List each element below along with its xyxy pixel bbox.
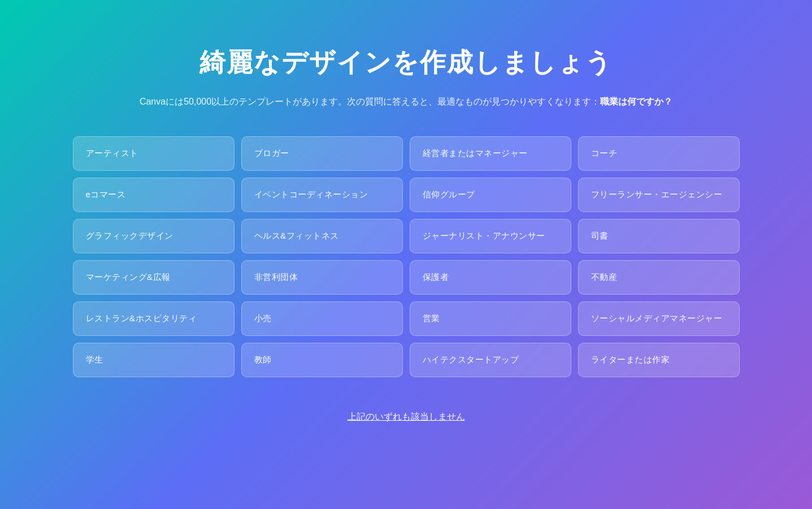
grid-item-student[interactable]: 学生 <box>73 343 235 377</box>
grid-item-event[interactable]: イベントコーディネーション <box>241 178 403 212</box>
grid-item-graphic[interactable]: グラフィックデザイン <box>73 219 235 253</box>
grid-item-manager[interactable]: 経営者またはマネージャー <box>410 136 571 171</box>
grid-item-coach[interactable]: コーチ <box>578 136 740 171</box>
grid-item-restaurant[interactable]: レストラン&ホスピタリティ <box>73 301 235 336</box>
subtitle: Canvaには50,000以上のテンプレートがあります。次の質問に答えると、最適… <box>140 96 672 108</box>
grid-item-marketing[interactable]: マーケティング&広報 <box>73 260 235 295</box>
grid-item-health[interactable]: ヘルス&フィットネス <box>241 219 403 253</box>
grid-item-sales[interactable]: 営業 <box>410 301 571 336</box>
grid-item-librarian[interactable]: 司書 <box>578 219 740 253</box>
grid-item-writer[interactable]: ライターまたは作家 <box>578 343 740 377</box>
grid-item-artist[interactable]: アーティスト <box>73 136 235 171</box>
grid-item-blogger[interactable]: ブロガー <box>241 136 403 171</box>
subtitle-text: Canvaには50,000以上のテンプレートがあります。次の質問に答えると、最適… <box>140 97 600 106</box>
grid-item-ecommerce[interactable]: eコマース <box>73 178 235 212</box>
page-title: 綺麗なデザインを作成しましょう <box>199 45 613 80</box>
grid-item-faith[interactable]: 信仰グループ <box>410 178 571 212</box>
none-option[interactable]: 上記のいずれも該当しません <box>348 411 465 423</box>
grid-item-realestate[interactable]: 不動産 <box>578 260 740 295</box>
grid-item-freelancer[interactable]: フリーランサー・エージェンシー <box>578 178 740 212</box>
grid-item-startup[interactable]: ハイテクスタートアップ <box>410 343 571 377</box>
grid-item-socialmedia[interactable]: ソーシャルメディアマネージャー <box>578 301 740 336</box>
grid-item-nonprofit[interactable]: 非営利団体 <box>241 260 403 295</box>
grid-item-journalist[interactable]: ジャーナリスト・アナウンサー <box>410 219 571 253</box>
occupation-grid: アーティストブロガー経営者またはマネージャーコーチeコマースイベントコーディネー… <box>73 136 740 377</box>
main-container: 綺麗なデザインを作成しましょう Canvaには50,000以上のテンプレートがあ… <box>39 0 774 446</box>
grid-item-teacher[interactable]: 教師 <box>241 343 403 377</box>
subtitle-bold: 職業は何ですか？ <box>600 97 672 106</box>
grid-item-retail[interactable]: 小売 <box>241 301 403 336</box>
grid-item-parent[interactable]: 保護者 <box>410 260 571 295</box>
